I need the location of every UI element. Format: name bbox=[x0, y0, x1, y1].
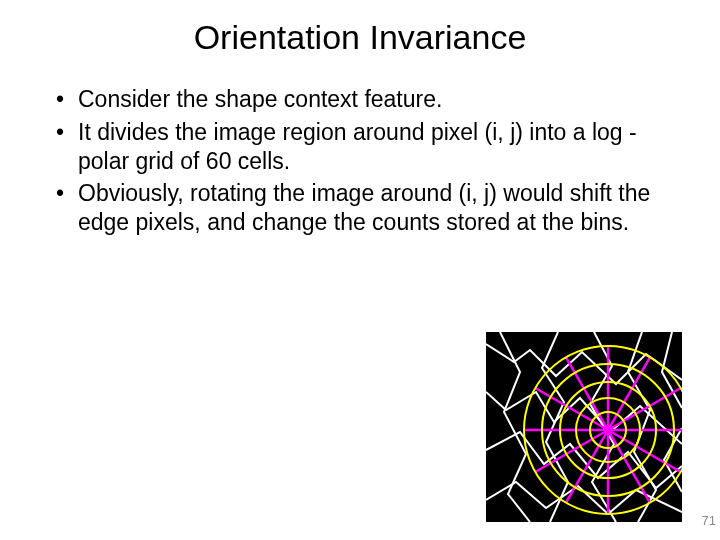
list-item: Obviously, rotating the image around (i,… bbox=[56, 179, 684, 237]
bullet-list: Consider the shape context feature. It d… bbox=[56, 85, 684, 237]
svg-point-18 bbox=[604, 426, 612, 434]
page-number: 71 bbox=[702, 513, 716, 528]
log-polar-grid-icon bbox=[486, 332, 682, 522]
shape-context-figure bbox=[486, 332, 682, 522]
list-item: Consider the shape context feature. bbox=[56, 85, 684, 114]
list-item: It divides the image region around pixel… bbox=[56, 118, 684, 176]
content-area: Consider the shape context feature. It d… bbox=[0, 85, 720, 237]
page-title: Orientation Invariance bbox=[0, 18, 720, 57]
